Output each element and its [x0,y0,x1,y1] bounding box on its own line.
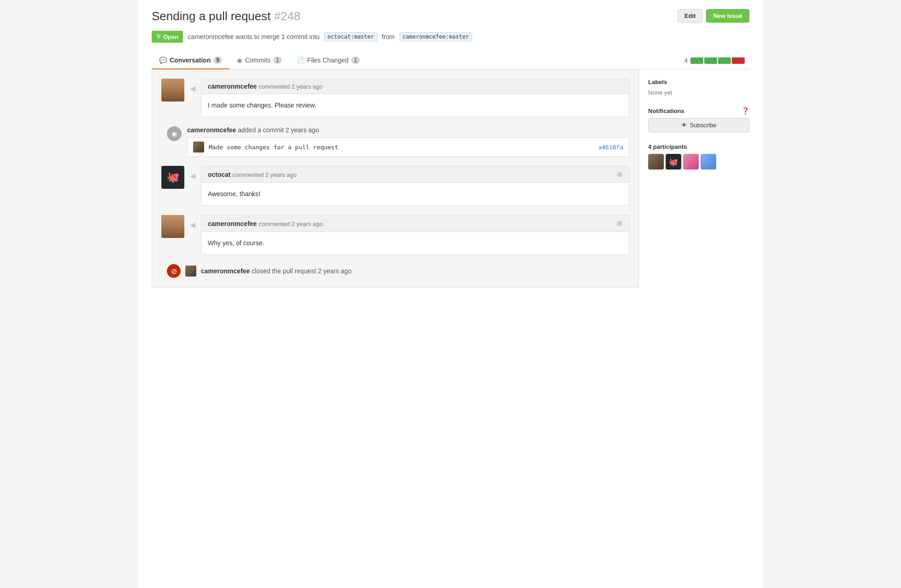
participant-avatar-p3[interactable] [683,154,699,170]
comment-block-3: ◀ cameronmcefee commented 2 years ago ⊗ … [161,215,629,255]
close-event-icon: ⊘ [167,264,181,278]
notifications-title-text: Notifications [648,107,684,114]
subscribe-label: Subscribe [690,122,717,129]
participants-title-text: 4 participants [648,143,687,150]
commit-content: cameronmcefee added a commit 2 years ago… [187,126,629,157]
diff-seg-2 [704,57,717,64]
comment-time-2: commented 2 years ago [233,171,297,178]
comment-arrow-2: ◀ [190,166,195,206]
main-layout: ◀ cameronmcefee commented 2 years ago I … [152,69,749,288]
participant-avatar-oct[interactable]: 🐙 [666,154,681,170]
commit-message: Made some changes for a pull request [209,144,593,151]
commit-event-header: cameronmcefee added a commit 2 years ago [187,126,629,134]
status-description: cameronmcefee wants to merge 1 commit in… [188,33,319,40]
notifications-help-icon[interactable]: ❓ [741,107,749,114]
commit-event-author[interactable]: cameronmcefee [187,126,236,134]
pr-status-bar: ⑂ Open cameronmcefee wants to merge 1 co… [152,31,749,43]
source-branch[interactable]: cameronmcefee:master [399,32,473,41]
comment-box-3: cameronmcefee commented 2 years ago ⊗ Wh… [201,215,629,255]
tab-files-changed[interactable]: 📄 Files Changed 1 [289,52,367,69]
tab-commits[interactable]: ◉ Commits 1 [229,52,289,69]
comment-meta-3: cameronmcefee commented 2 years ago [208,220,323,227]
status-text: Open [163,34,178,40]
avatar-cameronmcefee-3 [161,215,184,238]
sidebar: Labels None yet Notifications ❓ 👁 Subscr… [648,69,749,288]
participant-avatar-p4[interactable] [701,154,716,170]
comment-header-3: cameronmcefee commented 2 years ago ⊗ [201,215,629,232]
avatar-octocat: 🐙 [161,166,184,189]
tab-files-label: Files Changed [307,57,348,64]
comment-box-1: cameronmcefee commented 2 years ago I ma… [201,79,629,117]
diff-seg-3 [718,57,731,64]
labels-value: None yet [648,89,749,96]
comment-author-3[interactable]: cameronmcefee [208,220,257,227]
conversation-area: ◀ cameronmcefee commented 2 years ago I … [152,69,639,288]
diff-bar: 4 [684,57,749,64]
sidebar-participants: 4 participants 🐙 [648,143,749,170]
comment-meta-1: cameronmcefee commented 2 years ago [208,83,323,90]
header-buttons: Edit New Issue [678,9,749,23]
comment-box-2: octocat commented 2 years ago ⊗ Awesome,… [201,166,629,206]
sidebar-notifications-title: Notifications ❓ [648,107,749,114]
new-issue-button[interactable]: New Issue [706,9,749,23]
comment-body-1: I made some changes. Please review. [201,94,629,117]
close-event-text: cameronmcefee closed the pull request 2 … [201,267,352,275]
participants-row: 🐙 [648,154,749,170]
comment-close-icon-2[interactable]: ⊗ [616,170,622,179]
diff-seg-1 [690,57,703,64]
edit-button[interactable]: Edit [678,9,703,23]
commits-icon: ◉ [237,57,242,64]
close-event-author[interactable]: cameronmcefee [201,267,250,275]
tab-conversation-label: Conversation [170,57,211,64]
conversation-badge: 5 [213,57,222,64]
close-event-avatar [185,266,196,277]
comment-meta-2: octocat commented 2 years ago [208,171,297,178]
sidebar-participants-title: 4 participants [648,143,749,150]
commit-sha[interactable]: a4610fa [598,144,623,151]
comment-body-3: Why yes, of course. [201,232,629,254]
pr-number: #248 [274,9,301,23]
subscribe-button[interactable]: 👁 Subscribe [648,118,749,132]
participant-avatar-cam1[interactable] [648,154,664,170]
diff-seg-4 [732,57,745,64]
avatar-cameronmcefee-1 [161,79,184,102]
files-badge: 1 [351,57,360,64]
labels-title-text: Labels [648,79,667,85]
tab-conversation[interactable]: 💬 Conversation 5 [152,52,229,69]
from-text: from [382,33,395,40]
comment-block-1: ◀ cameronmcefee commented 2 years ago I … [161,79,629,117]
pr-tabs: 💬 Conversation 5 ◉ Commits 1 📄 Files Cha… [152,52,749,69]
commit-event: ◉ cameronmcefee added a commit 2 years a… [161,126,629,157]
conversation-icon: 💬 [159,57,167,64]
comment-arrow-3: ◀ [190,215,195,255]
sidebar-labels: Labels None yet [648,79,749,96]
comment-time-1: commented 2 years ago [259,83,323,90]
comment-author-2[interactable]: octocat [208,171,231,178]
commit-row: Made some changes for a pull request a46… [187,137,629,157]
commit-event-icon: ◉ [167,126,182,141]
comment-body-2: Awesome, thanks! [201,183,629,205]
comment-author-1[interactable]: cameronmcefee [208,83,257,90]
comment-close-icon-3[interactable]: ⊗ [616,219,622,228]
subscribe-eye-icon: 👁 [681,122,687,129]
diff-count: 4 [684,57,688,64]
comment-block-2: 🐙 ◀ octocat commented 2 years ago ⊗ Awes… [161,166,629,206]
comment-time-3: commented 2 years ago [259,220,323,227]
comment-header-1: cameronmcefee commented 2 years ago [201,79,629,94]
sidebar-labels-title: Labels [648,79,749,85]
merge-icon: ⑂ [156,33,161,41]
commit-row-avatar [193,141,204,153]
files-icon: 📄 [297,57,304,64]
status-badge: ⑂ Open [152,31,183,43]
target-branch[interactable]: octocat:master [324,32,377,41]
close-event-action: closed the pull request 2 years ago [252,267,352,275]
close-event: ⊘ cameronmcefee closed the pull request … [161,264,629,278]
tab-commits-label: Commits [245,57,270,64]
commits-badge: 1 [273,57,282,64]
pr-header: Sending a pull request #248 Edit New Iss… [152,9,749,23]
commit-event-action: added a commit 2 years ago [238,126,319,134]
pr-title-text: Sending a pull request [152,9,271,23]
comment-arrow-1: ◀ [190,79,195,117]
comment-header-2: octocat commented 2 years ago ⊗ [201,166,629,183]
tabs-list: 💬 Conversation 5 ◉ Commits 1 📄 Files Cha… [152,52,367,69]
